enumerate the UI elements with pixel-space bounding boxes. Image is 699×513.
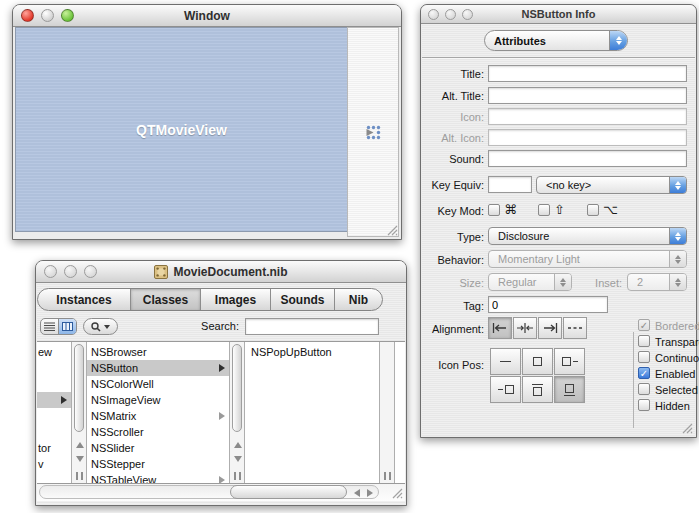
pane-selector-popup[interactable]: Attributes <box>484 30 628 51</box>
scroll-track[interactable] <box>347 27 399 237</box>
list-item-selected[interactable]: NSButton <box>87 360 229 376</box>
browser-column-3: NSPopUpButton <box>245 342 379 483</box>
scroll-up-arrow-icon[interactable] <box>234 442 242 448</box>
browser-toolbar: Search: <box>37 316 405 341</box>
align-natural-button[interactable] <box>563 317 587 339</box>
column1-scrollbar[interactable] <box>71 342 87 483</box>
list-item[interactable]: NSColorWell <box>87 376 229 392</box>
window-titlebar[interactable]: Window <box>13 5 401 27</box>
column-view-button[interactable] <box>58 319 76 334</box>
continuous-checkbox[interactable] <box>638 351 650 363</box>
alt-icon-field[interactable] <box>488 129 687 146</box>
popup-stepper-icon <box>609 31 627 50</box>
enabled-checkbox[interactable] <box>638 367 650 379</box>
inspector-title: NSButton Info <box>421 8 696 20</box>
list-view-button[interactable] <box>41 319 58 334</box>
scrollbar-thumb[interactable] <box>74 344 84 432</box>
browser-column-1: ew tor v <box>37 342 71 483</box>
scroll-left-arrow-icon[interactable] <box>354 489 360 497</box>
nib-document-window: MovieDocument.nib Instances Classes Imag… <box>35 260 407 506</box>
size-label: Size: <box>422 277 484 289</box>
title-field[interactable] <box>488 65 687 82</box>
iconpos-icon-right-button[interactable] <box>490 376 521 403</box>
alt-icon-label: Alt. Icon: <box>422 132 484 144</box>
tab-nib[interactable]: Nib <box>335 289 382 310</box>
iconpos-icon-above-button[interactable] <box>554 376 585 403</box>
iconpos-icon-left-button[interactable] <box>554 348 585 375</box>
scroll-down-arrow-icon[interactable] <box>234 456 242 462</box>
behavior-popup[interactable]: Momentary Light <box>488 250 687 268</box>
column-resize-knob[interactable] <box>234 472 241 480</box>
qtmovieview-canvas[interactable]: QTMovieView <box>15 27 347 232</box>
list-item[interactable]: ew <box>37 344 71 360</box>
list-item-selected[interactable] <box>37 392 71 408</box>
shift-checkbox[interactable] <box>538 204 550 216</box>
align-left-button[interactable] <box>488 317 512 339</box>
scrollbar-thumb[interactable] <box>230 485 347 499</box>
column2-scrollbar[interactable] <box>229 342 245 483</box>
option-checkbox[interactable] <box>587 204 599 216</box>
scrollbar-thumb[interactable] <box>232 344 242 432</box>
key-equiv-field[interactable] <box>488 176 532 193</box>
column-resize-knob[interactable] <box>384 472 391 480</box>
column-resize-knob[interactable] <box>76 472 83 480</box>
hidden-checkbox[interactable] <box>638 399 650 411</box>
resize-grip-icon[interactable] <box>389 485 403 499</box>
sound-field[interactable] <box>488 150 687 167</box>
bordered-label: Bordered <box>655 320 699 332</box>
resize-grip-icon[interactable] <box>384 222 398 236</box>
nib-titlebar[interactable]: MovieDocument.nib <box>36 261 406 283</box>
chevron-down-icon <box>104 325 110 329</box>
children-arrow-icon <box>219 364 225 372</box>
scroll-up-arrow-icon[interactable] <box>76 442 84 448</box>
tab-images[interactable]: Images <box>201 289 271 310</box>
inspector-titlebar[interactable]: NSButton Info <box>421 5 696 24</box>
list-item[interactable]: NSMatrix <box>87 408 229 424</box>
command-checkbox[interactable] <box>488 204 500 216</box>
list-item[interactable]: NSTableView <box>87 472 229 483</box>
command-key-icon: ⌘ <box>504 202 517 217</box>
search-label: Search: <box>187 320 239 332</box>
tab-instances[interactable]: Instances <box>38 289 131 310</box>
list-item[interactable]: NSBrowser <box>87 344 229 360</box>
tab-classes[interactable]: Classes <box>131 289 201 310</box>
children-arrow-icon <box>61 396 67 404</box>
scroll-down-arrow-icon[interactable] <box>76 456 84 462</box>
iconpos-icon-only-button[interactable] <box>522 348 553 375</box>
horizontal-scrollbar[interactable] <box>37 483 405 501</box>
children-arrow-icon <box>219 412 225 420</box>
transparent-checkbox[interactable] <box>638 335 650 347</box>
list-item[interactable]: NSImageView <box>87 392 229 408</box>
window-title: Window <box>13 9 401 23</box>
scroll-right-arrow-icon[interactable] <box>367 489 373 497</box>
key-equiv-popup[interactable]: <no key> <box>536 176 687 194</box>
tag-field[interactable] <box>488 296 608 313</box>
pane-handle-dots-icon[interactable] <box>365 124 382 141</box>
transparent-label: Transparent <box>655 336 699 348</box>
bordered-checkbox[interactable] <box>638 319 650 331</box>
column3-scrollbar[interactable] <box>379 342 395 483</box>
list-item[interactable]: v <box>37 456 71 472</box>
list-item[interactable]: NSPopUpButton <box>245 344 379 360</box>
align-right-button[interactable] <box>538 317 562 339</box>
resize-grip-icon[interactable] <box>679 420 693 434</box>
list-item[interactable]: NSSlider <box>87 440 229 456</box>
icon-field[interactable] <box>488 108 687 125</box>
alt-title-field[interactable] <box>488 87 687 104</box>
iconpos-text-only-button[interactable] <box>490 348 521 375</box>
alignment-label: Alignment: <box>422 323 484 335</box>
type-popup[interactable]: Disclosure <box>488 227 687 245</box>
inset-popup[interactable]: 2 <box>627 273 687 291</box>
list-item[interactable]: NSScroller <box>87 424 229 440</box>
search-input[interactable] <box>245 318 379 335</box>
align-left-icon <box>491 322 509 334</box>
magnifier-icon <box>91 322 101 332</box>
inspector-window: NSButton Info Attributes Title: Alt. Tit… <box>420 4 697 438</box>
list-item[interactable]: NSStepper <box>87 456 229 472</box>
search-scope-button[interactable] <box>83 318 118 335</box>
list-item[interactable]: tor <box>37 440 71 456</box>
align-center-button[interactable] <box>513 317 537 339</box>
tab-sounds[interactable]: Sounds <box>271 289 335 310</box>
selected-checkbox[interactable] <box>638 383 650 395</box>
iconpos-icon-below-button[interactable] <box>522 376 553 403</box>
